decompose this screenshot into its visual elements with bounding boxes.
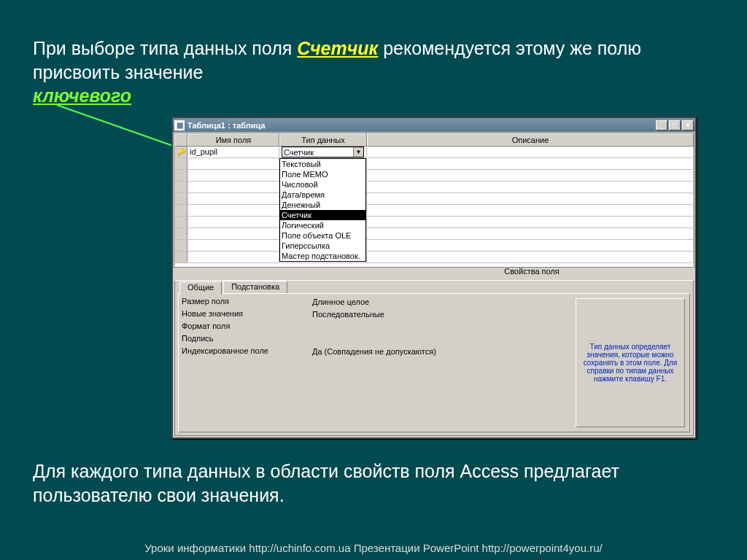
field-properties-label: Свойства поля [379,267,685,276]
properties-grid: Размер поляДлинное целоеНовые значенияПо… [179,294,574,432]
property-row[interactable]: Размер поляДлинное целое [180,297,573,309]
maximize-button[interactable]: □ [669,120,681,131]
table-icon: ▦ [174,120,185,131]
row-selector[interactable]: 🔑 [174,147,187,158]
slide-text-bottom: Для каждого типа данных в области свойст… [33,459,711,507]
grid-corner[interactable] [174,133,187,147]
field-type-cell[interactable]: Счетчик ▼ ТекстовыйПоле МЕМОЧисловойДата… [279,147,367,158]
property-label: Новые значения [180,309,310,322]
property-value[interactable] [310,334,573,346]
type-option[interactable]: Поле МЕМО [280,169,365,179]
property-value[interactable]: Да (Совпадения не допускаются) [310,346,573,359]
col-header-desc[interactable]: Описание [367,133,694,147]
type-option[interactable]: Текстовый [280,159,365,169]
property-row[interactable]: Индексированное полеДа (Совпадения не до… [180,346,573,359]
emph-counter: Счетчик [297,38,378,58]
slide-text-top: При выборе типа данных поля Счетчик реко… [33,36,711,108]
property-label: Формат поля [180,322,310,334]
chevron-down-icon[interactable]: ▼ [353,147,363,157]
primary-key-icon: 🔑 [177,148,185,156]
field-desc-cell[interactable] [367,147,694,158]
type-option[interactable]: Мастер подстановок. [280,251,365,261]
property-row[interactable]: Формат поля [180,322,573,334]
access-table-design-window: ▦ Таблица1 : таблица _ □ × Имя поля Тип … [171,117,697,439]
svg-line-0 [57,105,190,152]
emph-key: ключевого [33,85,131,106]
property-label: Подпись [180,334,310,346]
window-title: Таблица1 : таблица [187,121,654,130]
type-dropdown[interactable]: ТекстовыйПоле МЕМОЧисловойДата/времяДене… [279,158,366,262]
slide-footer: Уроки информатики http://uchinfo.com.ua … [0,542,747,554]
type-option[interactable]: Дата/время [280,190,365,200]
type-option[interactable]: Гиперссылка [280,241,365,251]
type-option[interactable]: Числовой [280,179,365,190]
minimize-button[interactable]: _ [656,120,667,131]
type-combobox-value: Счетчик [282,147,353,157]
field-properties-panel: Общие Подстановка Размер поляДлинное цел… [174,280,694,436]
col-header-type[interactable]: Тип данных [279,133,367,147]
property-help-text: Тип данных определяет значения, которые … [576,298,685,427]
property-value[interactable] [310,322,573,334]
type-combobox[interactable]: Счетчик ▼ [282,147,364,158]
property-label: Размер поля [180,297,310,309]
property-row[interactable]: Подпись [180,334,573,346]
col-header-name[interactable]: Имя поля [187,133,279,147]
titlebar[interactable]: ▦ Таблица1 : таблица _ □ × [173,118,695,132]
close-button[interactable]: × [682,120,694,131]
design-grid: Имя поля Тип данных Описание 🔑 id_pupil … [174,133,694,268]
tab-lookup[interactable]: Подстановка [223,281,287,294]
type-option[interactable]: Денежный [280,200,365,210]
type-option[interactable]: Логический [280,220,365,230]
property-label: Индексированное поле [180,346,310,359]
property-value[interactable]: Последовательные [310,309,573,322]
property-value[interactable]: Длинное целое [310,297,573,309]
property-row[interactable]: Новые значенияПоследовательные [180,309,573,322]
type-option[interactable]: Счетчик [280,210,365,220]
type-option[interactable]: Поле объекта OLE [280,230,365,241]
table-row[interactable]: 🔑 id_pupil Счетчик ▼ ТекстовыйПоле МЕМОЧ… [174,147,694,158]
tab-general[interactable]: Общие [179,281,222,295]
field-name-cell[interactable]: id_pupil [187,147,279,158]
